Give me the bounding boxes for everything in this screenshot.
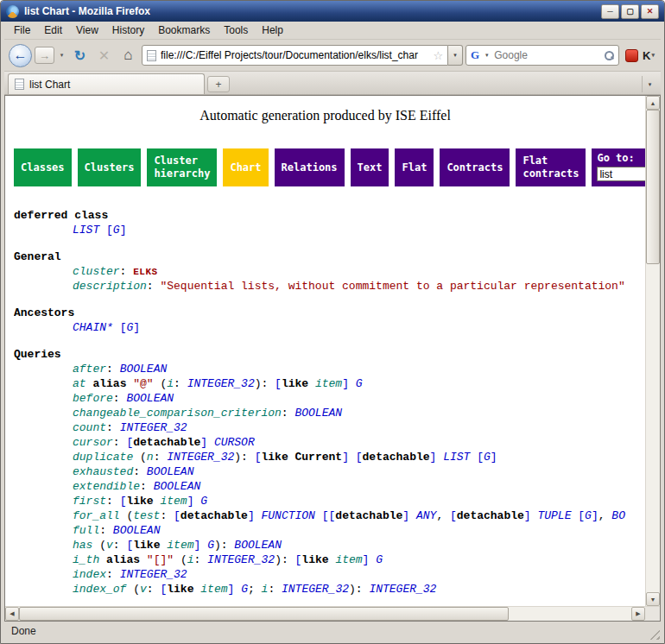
code-line: first: [like item] G xyxy=(14,494,645,508)
code-token: G xyxy=(200,495,207,508)
stop-button[interactable]: ✕ xyxy=(93,45,115,66)
vertical-scrollbar[interactable]: ▲ ▼ xyxy=(645,96,660,606)
resize-grip[interactable] xyxy=(649,628,660,640)
code-token: [ xyxy=(106,224,113,237)
code-token: : xyxy=(174,377,187,390)
code-token: deferred class xyxy=(14,209,108,222)
doc-button-chart[interactable]: Chart xyxy=(223,148,268,186)
code-token: exhausted xyxy=(73,465,133,478)
search-engine-dropdown-icon[interactable]: ▾ xyxy=(482,47,491,64)
code-token: : xyxy=(282,407,295,420)
window-title: list Chart - Mozilla Firefox xyxy=(24,5,150,17)
code-token: , xyxy=(436,509,450,522)
horizontal-scroll-thumb[interactable] xyxy=(19,607,509,621)
code-token: for_all xyxy=(73,509,120,522)
code-token: G xyxy=(207,539,214,552)
code-token: ] xyxy=(120,224,127,237)
new-tab-button[interactable]: + xyxy=(207,76,230,92)
forward-button[interactable]: → xyxy=(35,47,54,64)
code-token: detachable xyxy=(180,509,248,522)
code-token: [ xyxy=(578,509,585,522)
menu-item-history[interactable]: History xyxy=(105,22,151,38)
bookmark-star-icon[interactable]: ☆ xyxy=(433,49,443,62)
code-line: changeable_comparison_criterion: BOOLEAN xyxy=(14,406,645,420)
code-token: ] xyxy=(491,451,497,464)
navigation-toolbar: ← → ▾ ↻ ✕ ⌂ ☆ ▾ G ▾ K ▾ xyxy=(4,40,661,72)
doc-button-clusters[interactable]: Clusters xyxy=(78,148,142,186)
goto-input[interactable] xyxy=(597,167,645,181)
menu-item-bookmarks[interactable]: Bookmarks xyxy=(151,22,217,38)
url-dropdown-button[interactable]: ▾ xyxy=(448,45,463,66)
code-token xyxy=(207,436,214,449)
close-button[interactable]: ✕ xyxy=(641,4,659,19)
code-token: : xyxy=(140,480,154,493)
vertical-scroll-track[interactable] xyxy=(646,110,660,592)
code-token: description xyxy=(73,280,147,293)
search-icon[interactable] xyxy=(605,51,614,60)
back-button[interactable]: ← xyxy=(9,44,32,67)
code-token: item xyxy=(335,553,362,566)
url-input[interactable] xyxy=(161,49,428,61)
scroll-left-button[interactable]: ◀ xyxy=(5,607,19,621)
doc-button-text[interactable]: Text xyxy=(351,148,390,186)
addon-icon-red[interactable] xyxy=(625,49,638,62)
code-token: cursor xyxy=(73,436,113,449)
status-bar: Done xyxy=(4,622,661,641)
code-token: CHAIN* xyxy=(73,321,113,334)
doc-button-flat-contracts[interactable]: Flat contracts xyxy=(516,148,586,186)
goto-label: Go to: xyxy=(597,152,645,164)
doc-button-relations[interactable]: Relations xyxy=(275,148,345,186)
code-token: alias xyxy=(92,377,126,390)
menu-item-file[interactable]: File xyxy=(7,22,37,38)
scroll-up-button[interactable]: ▲ xyxy=(646,96,660,110)
code-token xyxy=(349,377,356,390)
content-frame: Automatic generation produced by ISE Eif… xyxy=(4,95,661,622)
code-token: BO xyxy=(611,509,625,522)
maximize-button[interactable]: ▢ xyxy=(621,4,639,19)
firefox-icon[interactable] xyxy=(6,5,19,18)
code-line: description: "Sequential lists, without … xyxy=(14,279,645,294)
menu-item-view[interactable]: View xyxy=(69,22,105,38)
code-line: has (v: [like item] G): BOOLEAN xyxy=(14,538,645,552)
code-token: item xyxy=(167,539,193,552)
code-line: i_th alias "[]" (i: INTEGER_32): [like i… xyxy=(14,552,645,567)
horizontal-scrollbar[interactable]: ◀ ▶ xyxy=(5,606,660,621)
scroll-down-button[interactable]: ▼ xyxy=(646,592,660,606)
menu-item-edit[interactable]: Edit xyxy=(37,22,69,38)
code-token: "Sequential lists, without commitment to… xyxy=(160,280,624,293)
scrollbar-corner xyxy=(645,607,660,621)
page-viewport: Automatic generation produced by ISE Eif… xyxy=(5,96,660,606)
code-token: test xyxy=(133,509,160,522)
code-token: like xyxy=(133,539,160,552)
addon-icon-k[interactable]: K ▾ xyxy=(641,49,656,62)
minimize-button[interactable]: ─ xyxy=(601,4,619,19)
code-token: detachable xyxy=(363,451,430,464)
doc-button-classes[interactable]: Classes xyxy=(14,148,72,186)
home-button[interactable]: ⌂ xyxy=(117,45,139,66)
list-all-tabs-button[interactable]: ▾ xyxy=(642,76,657,92)
doc-nav-row: ClassesClustersCluster hierarchyChartRel… xyxy=(14,148,640,186)
code-token: G xyxy=(585,509,592,522)
menu-item-help[interactable]: Help xyxy=(255,22,290,38)
code-token: : xyxy=(154,451,168,464)
tab-list-chart[interactable]: list Chart xyxy=(8,73,205,94)
code-token: : xyxy=(120,265,134,278)
search-input[interactable] xyxy=(494,49,602,61)
scroll-right-button[interactable]: ▶ xyxy=(631,607,645,621)
code-token: item xyxy=(200,583,227,596)
history-dropdown-icon[interactable]: ▾ xyxy=(57,47,66,64)
code-token: BOOLEAN xyxy=(126,392,174,405)
code-token: "[]" xyxy=(147,553,174,566)
code-token: Current xyxy=(295,451,343,464)
menu-item-tools[interactable]: Tools xyxy=(217,22,255,38)
doc-button-cluster-hierarchy[interactable]: Cluster hierarchy xyxy=(147,148,217,186)
horizontal-scroll-track[interactable] xyxy=(19,607,631,621)
code-line: before: BOOLEAN xyxy=(14,391,645,406)
code-token xyxy=(315,509,322,522)
code-line: General xyxy=(14,249,645,264)
doc-button-flat[interactable]: Flat xyxy=(395,148,434,186)
doc-button-contracts[interactable]: Contracts xyxy=(440,148,510,186)
code-token: BOOLEAN xyxy=(154,480,201,493)
refresh-button[interactable]: ↻ xyxy=(69,45,91,66)
vertical-scroll-thumb[interactable] xyxy=(646,110,660,264)
